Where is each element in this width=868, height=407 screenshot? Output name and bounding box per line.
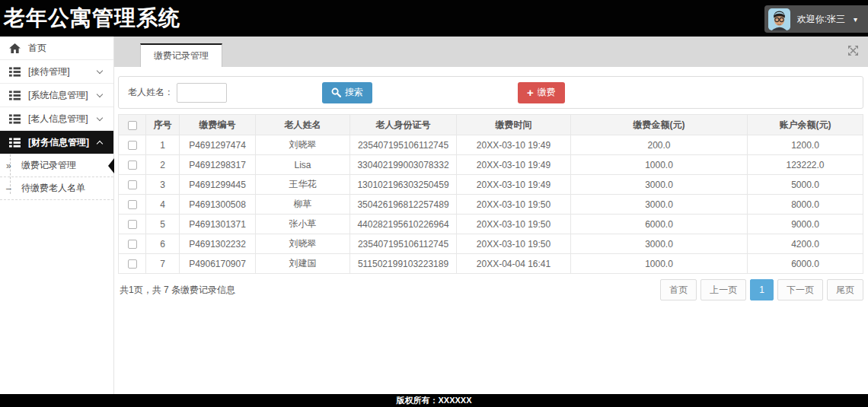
sidebar-item-home[interactable]: 首页 <box>0 37 113 60</box>
subitem-tick-marker: – <box>6 183 21 194</box>
sidebar-item-label: [接待管理] <box>28 65 70 78</box>
row-checkbox[interactable] <box>128 240 137 249</box>
sidebar-submenu: » 缴费记录管理 – 待缴费老人名单 <box>0 154 113 200</box>
table-cell: 7 <box>146 254 180 274</box>
table-header-row: 序号缴费编号老人姓名老人身份证号缴费时间缴费金额(元)账户余额(元) <box>119 115 863 135</box>
table-cell: 511502199103223189 <box>350 254 457 274</box>
sidebar-subitem-payment-records[interactable]: » 缴费记录管理 <box>0 154 113 177</box>
table-cell: 5 <box>146 215 180 234</box>
search-button-label: 搜索 <box>345 86 363 99</box>
table-cell: 235407195106112745 <box>350 135 457 155</box>
app-header: 老年公寓管理系统 欢迎你:张三 ▾ <box>0 0 868 37</box>
footer-copyright: 版权所有：XXXXXX <box>0 394 868 407</box>
select-all-checkbox[interactable] <box>128 121 137 130</box>
table-cell: 1 <box>146 135 180 155</box>
table-cell: 440282195610226964 <box>350 215 457 234</box>
payment-records-table: 序号缴费编号老人姓名老人身份证号缴费时间缴费金额(元)账户余额(元) 1P469… <box>118 114 863 274</box>
menu-list-icon <box>9 113 21 124</box>
table-meta-row: 共1页，共 7 条缴费记录信息 首页上一页1下一页尾页 <box>118 279 863 300</box>
tab-label: 缴费记录管理 <box>154 49 209 62</box>
table-cell: 20XX-03-10 19:50 <box>457 195 571 215</box>
sidebar-item-elder-info[interactable]: [老人信息管理] <box>0 107 113 131</box>
column-header: 缴费编号 <box>180 115 256 135</box>
menu-list-icon <box>9 90 21 100</box>
column-header: 老人姓名 <box>256 115 350 135</box>
tab-bar: 缴费记录管理 <box>114 37 868 67</box>
sidebar-item-label: 首页 <box>28 42 46 55</box>
row-checkbox[interactable] <box>128 161 137 170</box>
content-panel: 老人姓名： 搜索 + 缴费 <box>114 67 868 407</box>
row-checkbox[interactable] <box>128 180 137 189</box>
table-cell: 6000.0 <box>571 215 748 234</box>
search-icon <box>331 87 341 97</box>
row-checkbox-cell <box>119 234 146 254</box>
app-title: 老年公寓管理系统 <box>0 4 180 33</box>
records-summary: 共1页，共 7 条缴费记录信息 <box>118 284 235 297</box>
search-button[interactable]: 搜索 <box>322 82 372 103</box>
pagination-prev-button[interactable]: 上一页 <box>700 279 746 300</box>
sidebar-menu: 首页[接待管理][系统信息管理][老人信息管理][财务信息管理] <box>0 37 113 154</box>
search-panel: 老人姓名： 搜索 + 缴费 <box>118 76 863 109</box>
pagination-last-button[interactable]: 尾页 <box>827 279 863 300</box>
column-header: 序号 <box>146 115 180 135</box>
table-cell: 2 <box>146 155 180 175</box>
table-cell: 6000.0 <box>748 254 863 274</box>
chevron-down-icon <box>97 114 103 120</box>
sidebar-item-label: [老人信息管理] <box>28 113 88 126</box>
welcome-text: 欢迎你:张三 <box>797 13 845 26</box>
table-cell: 刘建国 <box>256 254 350 274</box>
tab-payment-records[interactable]: 缴费记录管理 <box>140 43 222 67</box>
caret-down-icon: ▾ <box>854 15 857 24</box>
table-row: 1P4691297474刘晓翠23540719510611274520XX-03… <box>119 135 863 155</box>
table-cell: 3000.0 <box>571 234 748 254</box>
table-cell: P4691302232 <box>180 234 256 254</box>
sidebar-item-system-info[interactable]: [系统信息管理] <box>0 84 113 107</box>
table-cell: 20XX-03-10 19:49 <box>457 135 571 155</box>
sidebar-item-finance-info[interactable]: [财务信息管理] <box>0 131 113 154</box>
table-cell: 4 <box>146 195 180 215</box>
row-checkbox-cell <box>119 215 146 234</box>
pagination-page-1-button[interactable]: 1 <box>750 279 774 300</box>
table-cell: 1000.0 <box>571 254 748 274</box>
menu-list-icon <box>9 137 21 148</box>
elder-name-input[interactable] <box>177 83 227 103</box>
sidebar: 首页[接待管理][系统信息管理][老人信息管理][财务信息管理] » 缴费记录管… <box>0 37 114 407</box>
table-cell: 330402199003078332 <box>350 155 457 175</box>
sidebar-item-reception[interactable]: [接待管理] <box>0 60 113 84</box>
table-cell: 20XX-03-10 19:50 <box>457 215 571 234</box>
table-cell: 235407195106112745 <box>350 234 457 254</box>
table-cell: 4200.0 <box>748 234 863 254</box>
table-cell: 3 <box>146 175 180 195</box>
pagination-first-button[interactable]: 首页 <box>660 279 697 300</box>
sidebar-subitem-label: 待缴费老人名单 <box>21 182 85 195</box>
sidebar-subitem-pending-payments[interactable]: – 待缴费老人名单 <box>0 177 113 200</box>
active-subitem-arrow-icon <box>108 158 114 173</box>
column-header: 账户余额(元) <box>748 115 863 135</box>
user-menu[interactable]: 欢迎你:张三 ▾ <box>764 5 868 33</box>
table-row: 4P4691300508柳草35042619681225748920XX-03-… <box>119 195 863 215</box>
expand-icon[interactable] <box>848 46 858 56</box>
pagination-next-button[interactable]: 下一页 <box>777 279 823 300</box>
row-checkbox-cell <box>119 195 146 215</box>
pay-button[interactable]: + 缴费 <box>518 82 565 103</box>
row-checkbox-cell <box>119 135 146 155</box>
row-checkbox[interactable] <box>128 259 137 269</box>
pay-button-label: 缴费 <box>538 86 556 99</box>
table-cell: P4691297474 <box>180 135 256 155</box>
table-cell: Lisa <box>256 155 350 175</box>
sidebar-item-label: [系统信息管理] <box>28 89 88 102</box>
table-row: 6P4691302232刘晓翠23540719510611274520XX-03… <box>119 234 863 254</box>
table-cell: 1000.0 <box>571 155 748 175</box>
row-checkbox[interactable] <box>128 220 137 229</box>
chevron-up-icon <box>97 141 103 147</box>
table-cell: 3000.0 <box>571 175 748 195</box>
select-all-cell <box>119 115 146 135</box>
table-cell: P4691300508 <box>180 195 256 215</box>
table-cell: 8000.0 <box>748 195 863 215</box>
table-cell: 200.0 <box>571 135 748 155</box>
sidebar-item-label: [财务信息管理] <box>28 136 89 149</box>
table-cell: P4691301371 <box>180 215 256 234</box>
row-checkbox[interactable] <box>128 200 137 209</box>
table-row: 2P4691298317Lisa33040219900307833220XX-0… <box>119 155 863 175</box>
row-checkbox[interactable] <box>128 141 137 150</box>
